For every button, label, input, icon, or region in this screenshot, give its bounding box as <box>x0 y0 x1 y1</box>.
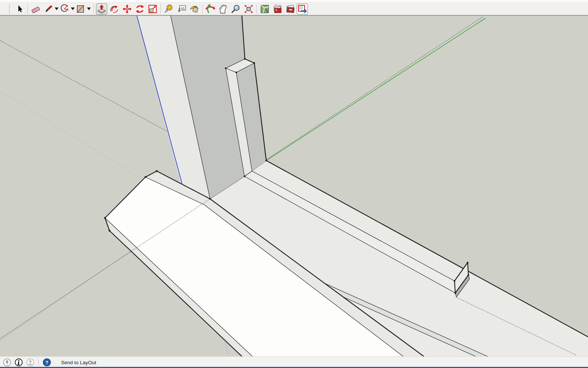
push-pull-tool-button[interactable] <box>96 3 107 15</box>
chevron-down-icon <box>87 8 91 10</box>
tape-measure-tool-button[interactable] <box>163 3 174 15</box>
geolocation-pin-icon <box>3 358 11 366</box>
arc-tool-dropdown[interactable] <box>70 3 75 15</box>
window-top-strip <box>0 0 588 3</box>
chevron-down-icon <box>71 8 75 10</box>
orbit-icon <box>205 4 216 14</box>
paint-bucket-tool-button[interactable] <box>189 3 200 15</box>
status-bar: | ? Send to LayOut <box>0 356 588 368</box>
model-info-icon <box>15 358 23 366</box>
photo-textures-button[interactable] <box>272 3 283 15</box>
photo-stack-icon <box>273 4 283 14</box>
orbit-tool-button[interactable] <box>205 3 216 15</box>
toolbar-grip[interactable] <box>9 5 10 14</box>
circular-arrows-icon <box>135 4 145 14</box>
sign-in-avatar-icon <box>26 358 34 366</box>
zoom-extents-icon <box>243 4 254 14</box>
select-tool-button[interactable] <box>14 3 25 15</box>
zoom-extents-tool-button[interactable] <box>243 3 254 15</box>
model-viewport[interactable] <box>0 16 588 356</box>
model-info-button[interactable] <box>15 358 23 366</box>
styles-stack-icon <box>285 4 296 14</box>
help-icon: ? <box>43 358 51 366</box>
sign-in-button[interactable] <box>26 358 34 366</box>
scene-canvas <box>0 16 588 356</box>
status-message: Send to LayOut <box>61 360 96 365</box>
rectangle-icon <box>76 4 86 14</box>
pan-hand-icon <box>218 4 228 14</box>
arc-icon <box>60 4 69 14</box>
pencil-icon <box>44 4 53 14</box>
status-divider: | <box>38 359 39 365</box>
chevron-down-icon <box>55 8 58 10</box>
text-tool-button[interactable]: A1 <box>176 3 187 15</box>
rotate-tool-button[interactable] <box>109 3 120 15</box>
geo-map-icon <box>260 4 270 14</box>
rectangle-tool-button[interactable] <box>75 3 86 15</box>
sketchup-window: A1 <box>0 0 588 368</box>
main-toolbar: A1 <box>0 3 588 16</box>
help-button[interactable]: ? <box>43 358 51 366</box>
select-arrow-icon <box>15 5 24 14</box>
move-cross-icon <box>122 4 132 14</box>
offset-icon <box>148 4 158 14</box>
geo-location-button[interactable] <box>259 3 270 15</box>
text-tool-glyph: A1 <box>180 6 184 10</box>
move-tool-button[interactable] <box>122 3 133 15</box>
zoom-magnifier-icon <box>231 4 241 14</box>
line-tool-button[interactable] <box>43 3 54 15</box>
send-to-layout-button[interactable] <box>297 3 308 15</box>
pan-tool-button[interactable] <box>218 3 229 15</box>
geolocation-button[interactable] <box>3 358 11 366</box>
eraser-icon <box>31 4 40 14</box>
arc-tool-button[interactable] <box>59 3 70 15</box>
rotate-arrow-icon <box>110 4 119 14</box>
text-label-icon: A1 <box>176 4 187 14</box>
paint-bucket-icon <box>189 4 199 14</box>
rectangle-tool-dropdown[interactable] <box>86 3 91 15</box>
line-tool-dropdown[interactable] <box>54 3 59 15</box>
eraser-tool-button[interactable] <box>30 3 41 15</box>
zoom-tool-button[interactable] <box>230 3 242 15</box>
push-pull-icon <box>97 4 106 14</box>
svg-text:?: ? <box>45 360 48 365</box>
styles-button[interactable] <box>285 3 296 15</box>
tape-measure-icon <box>164 4 174 14</box>
rotate-copy-tool-button[interactable] <box>134 3 146 15</box>
send-to-layout-icon <box>297 4 307 14</box>
offset-tool-button[interactable] <box>147 3 158 15</box>
